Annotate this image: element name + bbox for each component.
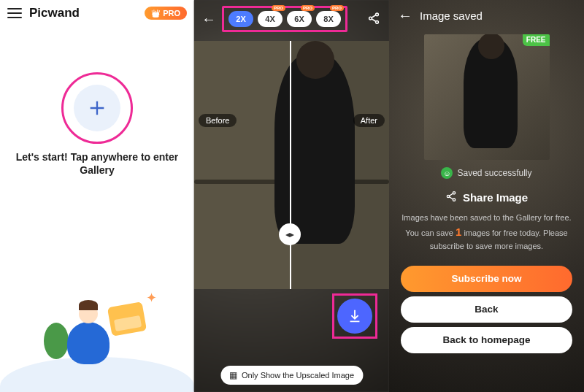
pro-badge[interactable]: PRO <box>145 7 187 20</box>
scale-2x[interactable]: 2X <box>228 11 253 27</box>
scale-6x[interactable]: 6XPRO <box>287 11 312 27</box>
pro-tag: PRO <box>301 5 315 11</box>
scale-8x[interactable]: 8XPRO <box>316 11 341 27</box>
panel-compare: ← 2X 4XPRO 6XPRO 8XPRO Before After ◂▸ ▦… <box>194 0 389 392</box>
share-icon[interactable] <box>367 12 383 27</box>
home-button[interactable]: Back to homepage <box>401 327 572 353</box>
compare-image[interactable]: Before After ◂▸ <box>194 41 389 289</box>
pro-label: PRO <box>163 9 180 18</box>
illustration: ✦ <box>0 283 194 392</box>
scale-label: 8X <box>323 15 333 23</box>
add-image-button[interactable] <box>74 85 120 131</box>
success-icon: ☺ <box>441 167 453 179</box>
save-description: Images have been saved to the Gallery fo… <box>389 204 584 261</box>
brand-title: Picwand <box>29 6 80 20</box>
only-upscaled-label: Only Show the Upscaled Image <box>242 371 354 380</box>
pro-tag: PRO <box>272 5 285 11</box>
subscribe-label: Subscribe now <box>451 273 521 284</box>
compare-divider <box>290 41 291 289</box>
back-label: Back <box>474 304 498 315</box>
pro-tag: PRO <box>330 5 344 11</box>
saved-status-row: ☺ Saved successfully <box>389 167 584 179</box>
saved-status-text: Saved successfully <box>457 168 531 178</box>
scale-4x[interactable]: 4XPRO <box>258 11 283 27</box>
panel-saved: ← Image saved FREE ☺ Saved successfully … <box>389 0 584 392</box>
scale-selector: 2X 4XPRO 6XPRO 8XPRO <box>222 6 347 32</box>
download-button[interactable] <box>337 299 372 334</box>
back-button[interactable]: ← <box>398 7 412 24</box>
back-button[interactable]: ← <box>200 11 218 28</box>
compare-topbar: ← 2X 4XPRO 6XPRO 8XPRO <box>194 0 389 38</box>
after-label: After <box>353 114 385 127</box>
compare-toggle-icon: ▦ <box>229 370 237 380</box>
scale-label: 6X <box>294 15 304 23</box>
page-title: Image saved <box>420 9 483 22</box>
saved-topbar: ← Image saved <box>389 0 584 31</box>
share-icon <box>445 191 457 204</box>
download-highlight <box>332 293 377 339</box>
subscribe-button[interactable]: Subscribe now <box>401 266 572 292</box>
back-button-large[interactable]: Back <box>401 296 572 323</box>
home-label: Back to homepage <box>442 334 530 345</box>
before-label: Before <box>199 114 237 127</box>
scale-label: 2X <box>236 15 245 23</box>
share-image-button[interactable]: Share Image <box>389 191 584 204</box>
menu-icon[interactable] <box>7 8 22 18</box>
panel-start: Picwand PRO Let's start! Tap anywhere to… <box>0 0 194 392</box>
compare-handle[interactable]: ◂▸ <box>279 223 301 245</box>
only-upscaled-toggle[interactable]: ▦ Only Show the Upscaled Image <box>220 366 363 385</box>
download-icon <box>347 308 363 324</box>
start-area[interactable]: Let's start! Tap anywhere to enter Galle… <box>0 85 194 177</box>
header: Picwand PRO <box>0 0 194 26</box>
scale-label: 4X <box>265 15 274 23</box>
plus-icon <box>87 98 107 118</box>
saved-thumbnail: FREE <box>424 34 550 160</box>
free-tag: FREE <box>523 34 550 46</box>
share-label: Share Image <box>463 191 528 204</box>
start-text: Let's start! Tap anywhere to enter Galle… <box>0 150 194 177</box>
